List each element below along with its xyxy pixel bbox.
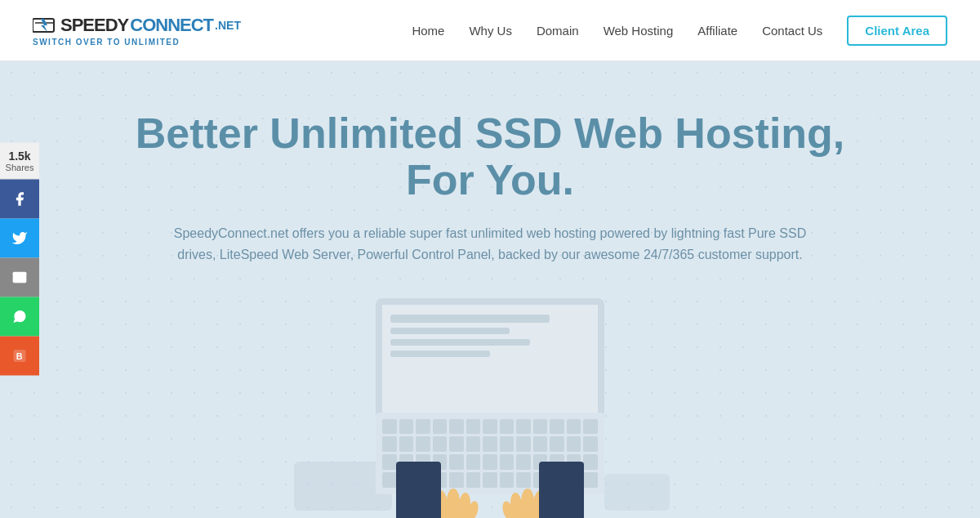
- logo: SPEEDY CONNECT .NET SWITCH OVER TO UNLIM…: [33, 15, 241, 47]
- hero-title: Better Unlimited SSD Web Hosting, For Yo…: [122, 110, 858, 203]
- svg-point-9: [447, 489, 460, 513]
- nav-why-us[interactable]: Why Us: [469, 24, 512, 38]
- desk-item-right: [604, 474, 670, 511]
- logo-tagline: SWITCH OVER TO UNLIMITED: [33, 38, 241, 47]
- twitter-icon: [11, 230, 28, 247]
- share-number: 1.5k: [5, 150, 34, 163]
- nav-contact-us[interactable]: Contact Us: [762, 24, 822, 38]
- header: SPEEDY CONNECT .NET SWITCH OVER TO UNLIM…: [0, 0, 980, 61]
- desk-leg-left: [396, 462, 441, 518]
- twitter-share-button[interactable]: [0, 219, 39, 258]
- email-icon: [11, 270, 28, 286]
- logo-connect: CONNECT: [130, 15, 213, 36]
- nav-affiliate[interactable]: Affiliate: [697, 24, 737, 38]
- desk-leg-right: [539, 462, 584, 518]
- svg-text:B: B: [16, 351, 23, 361]
- facebook-icon: [11, 191, 28, 208]
- nav-domain[interactable]: Domain: [537, 24, 579, 38]
- blogger-share-button[interactable]: B: [0, 337, 39, 376]
- main-nav: Home Why Us Domain Web Hosting Affiliate…: [412, 16, 947, 46]
- whatsapp-share-button[interactable]: [0, 297, 39, 337]
- facebook-share-button[interactable]: [0, 180, 39, 219]
- blogger-icon: B: [11, 348, 28, 364]
- logo-text: SPEEDY CONNECT .NET: [33, 15, 241, 36]
- hero-illustration: [245, 298, 735, 518]
- svg-marker-2: [41, 19, 47, 32]
- hero-subtitle: SpeedyConnect.net offers you a reliable …: [163, 223, 817, 265]
- logo-bolt-icon: [33, 16, 56, 34]
- client-area-button[interactable]: Client Area: [847, 16, 947, 46]
- share-count: 1.5k Shares: [0, 143, 39, 180]
- nav-web-hosting[interactable]: Web Hosting: [604, 24, 674, 38]
- share-label: Shares: [6, 163, 34, 172]
- svg-point-16: [521, 489, 534, 513]
- whatsapp-icon: [11, 309, 28, 325]
- social-sidebar: 1.5k Shares B: [0, 143, 39, 376]
- email-share-button[interactable]: [0, 258, 39, 297]
- nav-home[interactable]: Home: [412, 24, 444, 38]
- hero-section: Better Unlimited SSD Web Hosting, For Yo…: [0, 61, 980, 518]
- logo-speedy: SPEEDY: [60, 15, 128, 36]
- logo-net: .NET: [215, 19, 241, 32]
